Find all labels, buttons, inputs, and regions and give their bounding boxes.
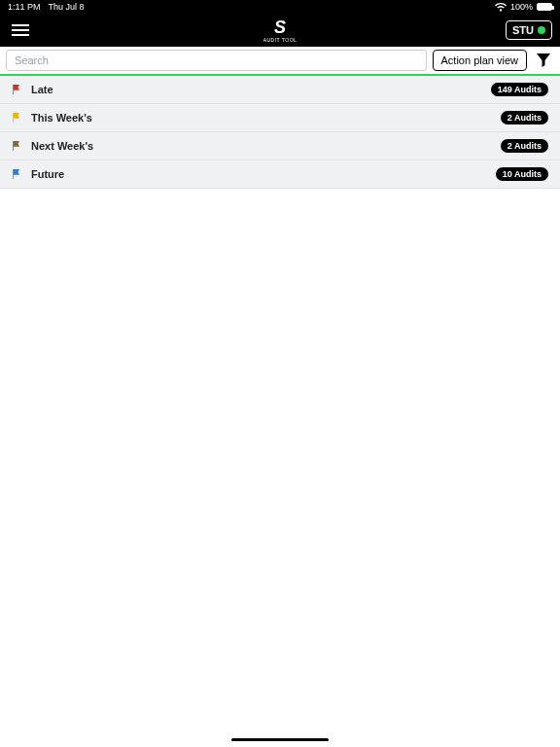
user-initials: STU (512, 24, 534, 36)
status-dot-icon (538, 26, 545, 34)
flag-icon (12, 141, 21, 151)
row-label: Late (31, 84, 481, 95)
count-badge: 149 Audits (491, 83, 548, 96)
list-item-this-week[interactable]: This Week's 2 Audits (0, 104, 560, 132)
wifi-icon (495, 3, 507, 12)
status-bar: 1:11 PM Thu Jul 8 100% (0, 0, 560, 14)
home-indicator[interactable] (231, 738, 329, 741)
list-item-late[interactable]: Late 149 Audits (0, 76, 560, 104)
user-status-badge[interactable]: STU (506, 20, 552, 40)
toolbar: Action plan view (0, 47, 560, 74)
status-right: 100% (495, 2, 552, 12)
list-item-next-week[interactable]: Next Week's 2 Audits (0, 132, 560, 160)
status-left: 1:11 PM Thu Jul 8 (8, 2, 85, 12)
status-date: Thu Jul 8 (49, 2, 85, 12)
count-badge: 10 Audits (496, 167, 548, 181)
battery-icon (537, 3, 552, 11)
filter-button[interactable] (533, 50, 554, 71)
count-badge: 2 Audits (501, 111, 548, 124)
status-battery-text: 100% (510, 2, 533, 12)
list-item-future[interactable]: Future 10 Audits (0, 160, 560, 189)
action-plan-view-button[interactable]: Action plan view (433, 50, 528, 71)
status-time: 1:11 PM (8, 2, 41, 12)
flag-icon (12, 85, 21, 94)
row-label: Next Week's (31, 140, 491, 152)
count-badge: 2 Audits (501, 139, 548, 153)
logo-mark: S (263, 18, 298, 36)
logo-subtitle: AUDIT TOOL (263, 37, 298, 43)
flag-icon (12, 113, 21, 123)
flag-icon (12, 169, 21, 179)
row-label: Future (31, 168, 486, 180)
filter-icon (536, 53, 551, 68)
row-label: This Week's (31, 112, 491, 124)
audit-list: Late 149 Audits This Week's 2 Audits Nex… (0, 76, 560, 189)
search-input[interactable] (6, 50, 427, 71)
menu-button[interactable] (8, 20, 33, 40)
app-logo: S AUDIT TOOL (263, 18, 298, 43)
app-bar: S AUDIT TOOL STU (0, 14, 560, 47)
